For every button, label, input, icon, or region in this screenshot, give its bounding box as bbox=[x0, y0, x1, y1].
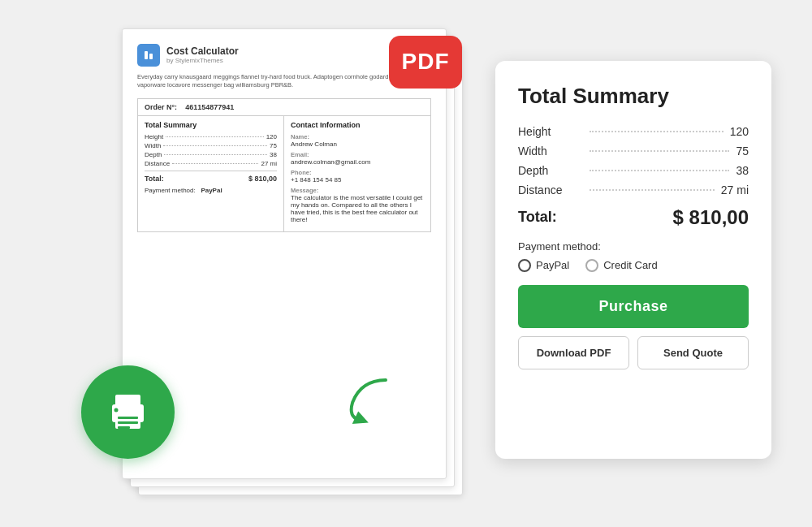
total-row: Total: $ 810,00 bbox=[145, 171, 277, 183]
panel-total-label: Total: bbox=[518, 209, 557, 226]
contact-email-value: andrew.colman@gmail.com bbox=[291, 158, 424, 166]
svg-rect-2 bbox=[149, 54, 153, 59]
panel-row-distance: Distance 27 mi bbox=[518, 184, 749, 197]
order-summary-col: Total Summary Height 120 Width 75 bbox=[138, 116, 284, 231]
app-description: Everyday carry knausgaard meggings flann… bbox=[137, 73, 431, 90]
paypal-radio[interactable] bbox=[518, 259, 531, 272]
panel-row-depth: Depth 38 bbox=[518, 164, 749, 177]
contact-message-value: The calculator is the most versatile I c… bbox=[291, 194, 424, 223]
panel-value-depth: 38 bbox=[736, 164, 749, 177]
print-circle[interactable] bbox=[81, 365, 175, 459]
panel-total: Total: $ 810,00 bbox=[518, 206, 749, 229]
panel-row-height: Height 120 bbox=[518, 125, 749, 138]
panel-value-height: 120 bbox=[730, 125, 749, 138]
radio-options: PayPal Credit Card bbox=[518, 259, 749, 272]
panel-title: Total Summary bbox=[518, 84, 749, 109]
download-pdf-button[interactable]: Download PDF bbox=[518, 336, 629, 369]
order-number: Order N°: 461154877941 bbox=[138, 99, 430, 116]
row-width: Width 75 bbox=[145, 142, 277, 149]
app-info: Cost Calculator by StylemixThemes bbox=[166, 45, 239, 64]
bottom-buttons: Download PDF Send Quote bbox=[518, 336, 749, 369]
order-number-label: Order N°: bbox=[145, 103, 177, 111]
arrow-decoration bbox=[336, 369, 411, 439]
row-depth: Depth 38 bbox=[145, 151, 277, 158]
svg-rect-6 bbox=[118, 417, 138, 419]
paypal-option[interactable]: PayPal bbox=[518, 259, 569, 272]
total-label: Total: bbox=[145, 175, 164, 183]
panel-label-height: Height bbox=[518, 125, 583, 138]
app-name: Cost Calculator bbox=[166, 45, 239, 57]
panel-value-width: 75 bbox=[736, 145, 749, 158]
contact-email-label: Email: bbox=[291, 151, 424, 158]
panel-total-value: $ 810,00 bbox=[673, 206, 749, 229]
order-table: Order N°: 461154877941 Total Summary Hei… bbox=[137, 98, 431, 232]
print-icon bbox=[106, 390, 150, 434]
app-by: by StylemixThemes bbox=[166, 57, 239, 64]
panel-label-distance: Distance bbox=[518, 184, 583, 197]
send-quote-button[interactable]: Send Quote bbox=[637, 336, 749, 369]
svg-rect-0 bbox=[142, 49, 155, 62]
contact-message-label: Message: bbox=[291, 187, 424, 194]
svg-point-9 bbox=[114, 408, 119, 412]
panel-row-width: Width 75 bbox=[518, 145, 749, 158]
svg-rect-7 bbox=[118, 421, 138, 424]
svg-rect-8 bbox=[118, 426, 130, 429]
app-header: Cost Calculator by StylemixThemes bbox=[137, 44, 431, 67]
payment-method-label: Payment method: bbox=[145, 187, 196, 194]
pdf-badge-text: PDF bbox=[402, 49, 450, 75]
credit-card-label: Credit Card bbox=[603, 259, 657, 271]
contact-phone-value: +1 848 154 54 85 bbox=[291, 176, 424, 184]
panel-value-distance: 27 mi bbox=[721, 184, 749, 197]
app-icon bbox=[137, 44, 160, 67]
total-value: $ 810,00 bbox=[248, 175, 277, 183]
order-contact-col: Contact Information Name: Andrew Colman … bbox=[284, 116, 430, 231]
payment-row: Payment method: PayPal bbox=[145, 187, 277, 194]
payment-method-section: Payment method: PayPal Credit Card bbox=[518, 240, 749, 272]
purchase-button[interactable]: Purchase bbox=[518, 285, 749, 328]
contact-name-label: Name: bbox=[291, 133, 424, 140]
credit-card-option[interactable]: Credit Card bbox=[585, 259, 657, 272]
pdf-badge: PDF bbox=[389, 36, 462, 89]
svg-rect-1 bbox=[145, 51, 148, 59]
row-height: Height 120 bbox=[145, 133, 277, 140]
panel-label-width: Width bbox=[518, 145, 583, 158]
credit-card-radio[interactable] bbox=[585, 259, 598, 272]
contact-title: Contact Information bbox=[291, 121, 424, 129]
paypal-label: PayPal bbox=[536, 259, 569, 271]
panel-label-depth: Depth bbox=[518, 164, 583, 177]
payment-method-value: PayPal bbox=[201, 187, 222, 194]
contact-name-value: Andrew Colman bbox=[291, 140, 424, 148]
contact-phone-label: Phone: bbox=[291, 169, 424, 176]
payment-method-label: Payment method: bbox=[518, 240, 749, 253]
row-distance: Distance 27 mi bbox=[145, 160, 277, 167]
order-number-value: 461154877941 bbox=[185, 103, 234, 111]
summary-col-title: Total Summary bbox=[145, 121, 277, 129]
summary-panel: Total Summary Height 120 Width 75 Depth … bbox=[495, 61, 771, 459]
